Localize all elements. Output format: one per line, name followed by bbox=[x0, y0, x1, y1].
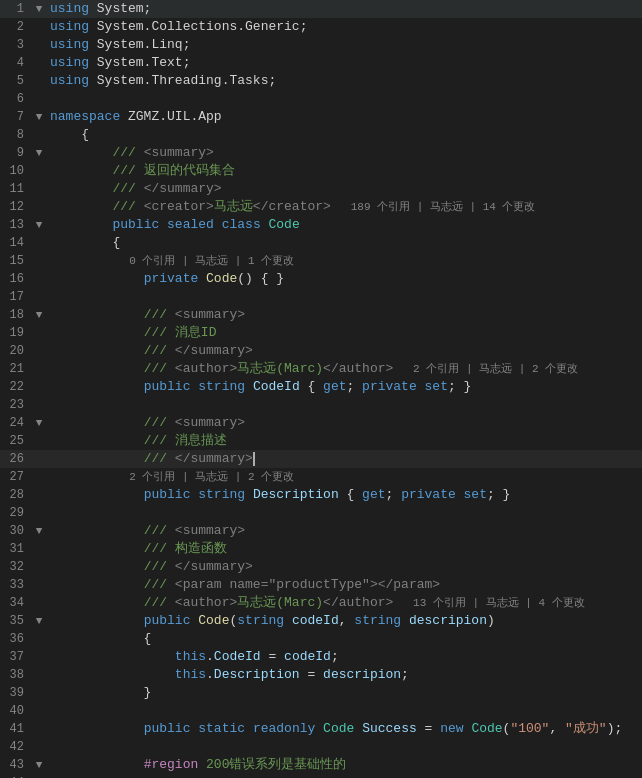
token-xmltag: <author> bbox=[175, 595, 237, 610]
fold-gutter[interactable] bbox=[32, 324, 46, 342]
line-number: 4 bbox=[0, 54, 32, 72]
token-punct: . bbox=[206, 649, 214, 664]
fold-gutter[interactable]: ▼ bbox=[32, 144, 46, 162]
code-line: 39 } bbox=[0, 684, 642, 702]
fold-gutter[interactable]: ▼ bbox=[32, 216, 46, 234]
code-line: 18▼ /// <summary> bbox=[0, 306, 642, 324]
token-punct bbox=[50, 721, 144, 736]
token-chinese-comment: 消息描述 bbox=[175, 433, 227, 448]
fold-gutter[interactable] bbox=[32, 252, 46, 270]
fold-gutter[interactable] bbox=[32, 720, 46, 738]
code-line: 28 public string Description { get; priv… bbox=[0, 486, 642, 504]
fold-gutter[interactable] bbox=[32, 558, 46, 576]
code-content bbox=[46, 90, 642, 108]
token-xmlcomment: /// bbox=[144, 559, 175, 574]
fold-gutter[interactable] bbox=[32, 486, 46, 504]
fold-gutter[interactable] bbox=[32, 774, 46, 778]
token-kw: string bbox=[198, 487, 245, 502]
fold-gutter[interactable] bbox=[32, 576, 46, 594]
token-xmlcomment: /// bbox=[112, 163, 143, 178]
fold-gutter[interactable] bbox=[32, 432, 46, 450]
fold-gutter[interactable] bbox=[32, 378, 46, 396]
fold-gutter[interactable] bbox=[32, 54, 46, 72]
token-punct bbox=[50, 163, 112, 178]
code-content: /// <author>马志远(Marc)</author> 13 个引用 | … bbox=[46, 594, 642, 612]
fold-gutter[interactable]: ▼ bbox=[32, 414, 46, 432]
token-xmlcomment: /// bbox=[144, 541, 175, 556]
code-line: 14 { bbox=[0, 234, 642, 252]
code-content: public sealed class Code bbox=[46, 216, 642, 234]
fold-gutter[interactable] bbox=[32, 18, 46, 36]
fold-gutter[interactable] bbox=[32, 198, 46, 216]
token-punct: } bbox=[50, 685, 151, 700]
token-punct bbox=[50, 541, 144, 556]
fold-gutter[interactable] bbox=[32, 126, 46, 144]
line-number: 1 bbox=[0, 0, 32, 18]
fold-gutter[interactable]: ▼ bbox=[32, 522, 46, 540]
fold-gutter[interactable] bbox=[32, 594, 46, 612]
token-ref-info: 2 个引用 | 马志远 | 2 个更改 bbox=[393, 363, 578, 375]
token-xmltag: <creator> bbox=[144, 199, 214, 214]
fold-gutter[interactable]: ▼ bbox=[32, 612, 46, 630]
fold-gutter[interactable]: ▼ bbox=[32, 0, 46, 18]
line-number: 16 bbox=[0, 270, 32, 288]
token-kw: static bbox=[198, 721, 245, 736]
fold-gutter[interactable] bbox=[32, 630, 46, 648]
fold-gutter[interactable] bbox=[32, 684, 46, 702]
fold-gutter[interactable]: ▼ bbox=[32, 756, 46, 774]
token-xmltag: </param> bbox=[378, 577, 440, 592]
token-punct: System.Threading.Tasks; bbox=[89, 73, 276, 88]
token-method: Code bbox=[206, 271, 237, 286]
token-prop: descripion bbox=[409, 613, 487, 628]
code-content: using System.Collections.Generic; bbox=[46, 18, 642, 36]
code-line: 35▼ public Code(string codeId, string de… bbox=[0, 612, 642, 630]
code-content: 0 个引用 | 马志远 | 1 个更改 bbox=[46, 252, 642, 270]
token-punct: System.Linq; bbox=[89, 37, 190, 52]
token-punct: = bbox=[417, 721, 440, 736]
fold-gutter[interactable] bbox=[32, 342, 46, 360]
token-prop: Success bbox=[362, 721, 417, 736]
fold-gutter[interactable] bbox=[32, 234, 46, 252]
code-content: /// </summary> bbox=[46, 180, 642, 198]
token-chinese-comment: 返回的代码集合 bbox=[144, 163, 235, 178]
fold-gutter[interactable] bbox=[32, 360, 46, 378]
code-content: /// 消息ID bbox=[46, 324, 642, 342]
code-content: /// <param name="productType"></param> bbox=[46, 576, 642, 594]
fold-gutter[interactable] bbox=[32, 180, 46, 198]
line-number: 10 bbox=[0, 162, 32, 180]
code-content: this.Description = descripion; bbox=[46, 666, 642, 684]
token-punct bbox=[245, 379, 253, 394]
token-kw: readonly bbox=[253, 721, 315, 736]
fold-gutter[interactable] bbox=[32, 504, 46, 522]
fold-gutter[interactable]: ▼ bbox=[32, 108, 46, 126]
code-line: 20 /// </summary> bbox=[0, 342, 642, 360]
token-kw: class bbox=[222, 217, 261, 232]
token-punct: ) bbox=[487, 613, 495, 628]
fold-gutter[interactable] bbox=[32, 648, 46, 666]
fold-gutter[interactable] bbox=[32, 468, 46, 486]
fold-gutter[interactable] bbox=[32, 90, 46, 108]
text-cursor bbox=[253, 452, 255, 466]
code-line: 22 public string CodeId { get; private s… bbox=[0, 378, 642, 396]
fold-gutter[interactable] bbox=[32, 270, 46, 288]
fold-gutter[interactable]: ▼ bbox=[32, 306, 46, 324]
fold-gutter[interactable] bbox=[32, 666, 46, 684]
fold-gutter[interactable] bbox=[32, 450, 46, 468]
code-content: using System.Text; bbox=[46, 54, 642, 72]
fold-gutter[interactable] bbox=[32, 72, 46, 90]
code-line: 34 /// <author>马志远(Marc)</author> 13 个引用… bbox=[0, 594, 642, 612]
token-ref-info: 2 个引用 | 马志远 | 2 个更改 bbox=[50, 471, 294, 483]
fold-gutter[interactable] bbox=[32, 36, 46, 54]
fold-gutter[interactable] bbox=[32, 288, 46, 306]
code-line: 31 /// 构造函数 bbox=[0, 540, 642, 558]
fold-gutter[interactable] bbox=[32, 162, 46, 180]
fold-gutter[interactable] bbox=[32, 702, 46, 720]
fold-gutter[interactable] bbox=[32, 396, 46, 414]
code-content bbox=[46, 396, 642, 414]
token-punct: ; bbox=[347, 379, 363, 394]
fold-gutter[interactable] bbox=[32, 738, 46, 756]
code-content: { bbox=[46, 234, 642, 252]
code-line: 3 using System.Linq; bbox=[0, 36, 642, 54]
fold-gutter[interactable] bbox=[32, 540, 46, 558]
line-number: 18 bbox=[0, 306, 32, 324]
